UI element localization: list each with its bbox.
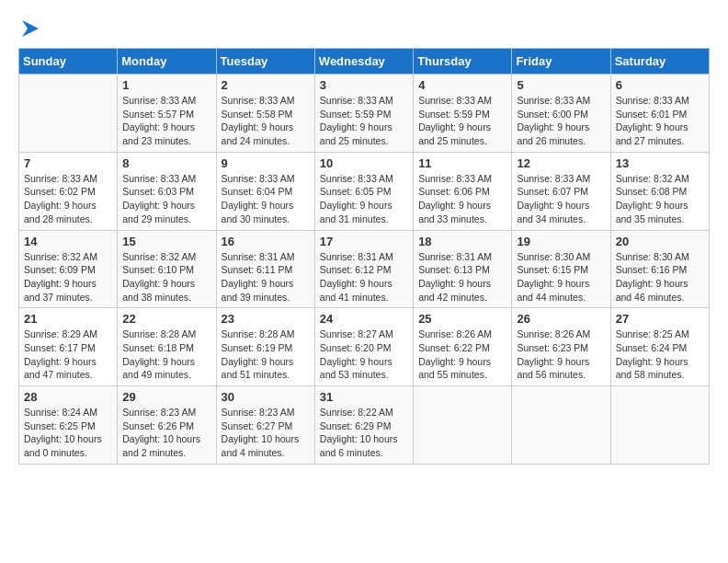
header-wednesday: Wednesday — [314, 49, 413, 75]
day-number: 9 — [222, 156, 310, 170]
cell-content: Sunrise: 8:29 AMSunset: 6:17 PMDaylight:… — [24, 327, 112, 382]
cell-content: Sunrise: 8:33 AMSunset: 6:02 PMDaylight:… — [24, 172, 112, 226]
day-number: 1 — [122, 78, 210, 92]
calendar-cell: 5Sunrise: 8:33 AMSunset: 6:00 PMDaylight… — [512, 75, 610, 153]
calendar-cell: 11Sunrise: 8:33 AMSunset: 6:06 PMDayligh… — [414, 152, 512, 230]
cell-content: Sunrise: 8:27 AMSunset: 6:20 PMDaylight:… — [320, 327, 408, 382]
calendar-cell: 29Sunrise: 8:23 AMSunset: 6:26 PMDayligh… — [118, 386, 216, 465]
week-row-2: 7Sunrise: 8:33 AMSunset: 6:02 PMDaylight… — [19, 152, 710, 230]
calendar-cell: 14Sunrise: 8:32 AMSunset: 6:09 PMDayligh… — [19, 230, 118, 308]
calendar-cell: 12Sunrise: 8:33 AMSunset: 6:07 PMDayligh… — [512, 152, 610, 230]
cell-content: Sunrise: 8:33 AMSunset: 6:07 PMDaylight:… — [517, 172, 605, 226]
day-number: 28 — [24, 390, 112, 404]
week-row-4: 21Sunrise: 8:29 AMSunset: 6:17 PMDayligh… — [19, 308, 710, 386]
week-row-5: 28Sunrise: 8:24 AMSunset: 6:25 PMDayligh… — [19, 386, 710, 465]
calendar-cell: 27Sunrise: 8:25 AMSunset: 6:24 PMDayligh… — [610, 308, 709, 386]
day-number: 16 — [222, 235, 310, 248]
calendar-cell: 6Sunrise: 8:33 AMSunset: 6:01 PMDaylight… — [610, 75, 709, 153]
cell-content: Sunrise: 8:33 AMSunset: 6:00 PMDaylight:… — [517, 94, 605, 148]
calendar-cell: 16Sunrise: 8:31 AMSunset: 6:11 PMDayligh… — [216, 230, 314, 308]
day-number: 8 — [122, 156, 210, 170]
calendar-cell: 2Sunrise: 8:33 AMSunset: 5:58 PMDaylight… — [216, 75, 314, 153]
calendar-cell: 22Sunrise: 8:28 AMSunset: 6:18 PMDayligh… — [118, 308, 216, 386]
header-row: SundayMondayTuesdayWednesdayThursdayFrid… — [19, 49, 710, 75]
day-number: 3 — [320, 78, 408, 92]
cell-content: Sunrise: 8:28 AMSunset: 6:18 PMDaylight:… — [122, 327, 210, 382]
day-number: 7 — [24, 156, 112, 170]
day-number: 24 — [320, 312, 408, 326]
cell-content: Sunrise: 8:30 AMSunset: 6:15 PMDaylight:… — [517, 250, 605, 304]
cell-content: Sunrise: 8:33 AMSunset: 5:59 PMDaylight:… — [418, 94, 506, 148]
page-header — [18, 18, 710, 39]
calendar-cell — [19, 75, 118, 153]
cell-content: Sunrise: 8:33 AMSunset: 5:58 PMDaylight:… — [222, 94, 310, 148]
day-number: 26 — [517, 312, 605, 326]
day-number: 31 — [320, 390, 408, 404]
week-row-3: 14Sunrise: 8:32 AMSunset: 6:09 PMDayligh… — [19, 230, 710, 308]
cell-content: Sunrise: 8:26 AMSunset: 6:23 PMDaylight:… — [517, 327, 605, 382]
calendar-cell: 8Sunrise: 8:33 AMSunset: 6:03 PMDaylight… — [118, 152, 216, 230]
calendar-cell: 26Sunrise: 8:26 AMSunset: 6:23 PMDayligh… — [512, 308, 610, 386]
day-number: 29 — [122, 390, 210, 404]
header-thursday: Thursday — [414, 49, 512, 75]
day-number: 19 — [517, 235, 605, 248]
cell-content: Sunrise: 8:23 AMSunset: 6:27 PMDaylight:… — [222, 406, 310, 460]
calendar-cell: 23Sunrise: 8:28 AMSunset: 6:19 PMDayligh… — [216, 308, 314, 386]
cell-content: Sunrise: 8:33 AMSunset: 6:05 PMDaylight:… — [320, 172, 408, 226]
calendar-cell — [610, 386, 709, 465]
day-number: 4 — [418, 78, 506, 92]
cell-content: Sunrise: 8:31 AMSunset: 6:13 PMDaylight:… — [418, 250, 506, 304]
header-monday: Monday — [118, 49, 216, 75]
day-number: 30 — [222, 390, 310, 404]
calendar-cell: 4Sunrise: 8:33 AMSunset: 5:59 PMDaylight… — [414, 75, 512, 153]
calendar-cell: 30Sunrise: 8:23 AMSunset: 6:27 PMDayligh… — [216, 386, 314, 465]
calendar-cell: 9Sunrise: 8:33 AMSunset: 6:04 PMDaylight… — [216, 152, 314, 230]
day-number: 18 — [418, 235, 506, 248]
logo — [18, 18, 40, 39]
cell-content: Sunrise: 8:33 AMSunset: 5:57 PMDaylight:… — [122, 94, 210, 148]
day-number: 17 — [320, 235, 408, 248]
cell-content: Sunrise: 8:33 AMSunset: 6:04 PMDaylight:… — [222, 172, 310, 226]
day-number: 10 — [320, 156, 408, 170]
cell-content: Sunrise: 8:32 AMSunset: 6:09 PMDaylight:… — [24, 250, 112, 304]
day-number: 22 — [122, 312, 210, 326]
cell-content: Sunrise: 8:24 AMSunset: 6:25 PMDaylight:… — [24, 406, 112, 460]
calendar-cell: 10Sunrise: 8:33 AMSunset: 6:05 PMDayligh… — [314, 152, 413, 230]
cell-content: Sunrise: 8:33 AMSunset: 6:06 PMDaylight:… — [418, 172, 506, 226]
cell-content: Sunrise: 8:25 AMSunset: 6:24 PMDaylight:… — [616, 327, 704, 382]
day-number: 6 — [616, 78, 704, 92]
calendar-cell: 31Sunrise: 8:22 AMSunset: 6:29 PMDayligh… — [314, 386, 413, 465]
cell-content: Sunrise: 8:33 AMSunset: 5:59 PMDaylight:… — [320, 94, 408, 148]
header-tuesday: Tuesday — [216, 49, 314, 75]
calendar-cell: 24Sunrise: 8:27 AMSunset: 6:20 PMDayligh… — [314, 308, 413, 386]
cell-content: Sunrise: 8:32 AMSunset: 6:08 PMDaylight:… — [616, 172, 704, 226]
cell-content: Sunrise: 8:33 AMSunset: 6:01 PMDaylight:… — [616, 94, 704, 148]
cell-content: Sunrise: 8:33 AMSunset: 6:03 PMDaylight:… — [122, 172, 210, 226]
day-number: 21 — [24, 312, 112, 326]
day-number: 11 — [418, 156, 506, 170]
cell-content: Sunrise: 8:32 AMSunset: 6:10 PMDaylight:… — [122, 250, 210, 304]
header-saturday: Saturday — [610, 49, 709, 75]
cell-content: Sunrise: 8:23 AMSunset: 6:26 PMDaylight:… — [122, 406, 210, 460]
calendar-cell — [414, 386, 512, 465]
day-number: 15 — [122, 235, 210, 248]
cell-content: Sunrise: 8:22 AMSunset: 6:29 PMDaylight:… — [320, 406, 408, 460]
calendar-cell: 20Sunrise: 8:30 AMSunset: 6:16 PMDayligh… — [610, 230, 709, 308]
day-number: 25 — [418, 312, 506, 326]
cell-content: Sunrise: 8:31 AMSunset: 6:11 PMDaylight:… — [222, 250, 310, 304]
header-sunday: Sunday — [19, 49, 118, 75]
day-number: 5 — [517, 78, 605, 92]
day-number: 27 — [616, 312, 704, 326]
week-row-1: 1Sunrise: 8:33 AMSunset: 5:57 PMDaylight… — [19, 75, 710, 153]
calendar-cell: 1Sunrise: 8:33 AMSunset: 5:57 PMDaylight… — [118, 75, 216, 153]
day-number: 14 — [24, 235, 112, 248]
calendar-cell — [512, 386, 610, 465]
day-number: 2 — [222, 78, 310, 92]
cell-content: Sunrise: 8:28 AMSunset: 6:19 PMDaylight:… — [222, 327, 310, 382]
calendar-cell: 3Sunrise: 8:33 AMSunset: 5:59 PMDaylight… — [314, 75, 413, 153]
calendar-cell: 15Sunrise: 8:32 AMSunset: 6:10 PMDayligh… — [118, 230, 216, 308]
calendar-cell: 28Sunrise: 8:24 AMSunset: 6:25 PMDayligh… — [19, 386, 118, 465]
logo-icon — [20, 18, 40, 39]
day-number: 23 — [222, 312, 310, 326]
calendar-cell: 21Sunrise: 8:29 AMSunset: 6:17 PMDayligh… — [19, 308, 118, 386]
